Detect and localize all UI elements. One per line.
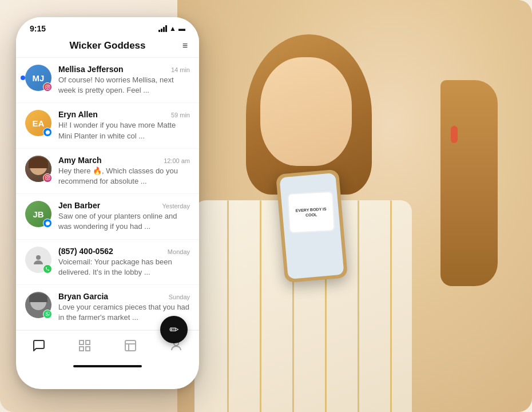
person-face (260, 57, 352, 166)
avatar-wrap-eryn: EA (25, 110, 51, 136)
conv-time-bryan: Sunday (169, 294, 190, 300)
conv-top-mellisa: Mellisa Jefferson 14 min (58, 65, 190, 74)
nav-item-grid[interactable] (71, 336, 98, 358)
svg-rect-9 (80, 347, 84, 351)
messages-nav-icon (32, 339, 46, 356)
conv-name-bryan: Bryan Garcia (58, 292, 108, 301)
home-indicator (73, 365, 142, 367)
avatar-wrap-mellisa: MJ (25, 65, 51, 91)
unread-dot-mellisa (21, 76, 25, 80)
app-title: Wicker Goddess (69, 40, 145, 52)
svg-point-4 (46, 177, 48, 179)
avatar-wrap-jen: JB (25, 201, 51, 227)
avatar-wrap-phone (25, 247, 51, 273)
platform-badge-mellisa (43, 82, 52, 92)
conv-preview-jen: Saw one of your planters online and was … (58, 211, 190, 232)
grid-nav-icon (78, 339, 92, 356)
conv-time-phone: Monday (168, 248, 190, 255)
conv-content-phone: (857) 400-0562 Monday Voicemail: Your pa… (58, 247, 190, 278)
conv-name-eryn: Eryn Allen (58, 110, 98, 119)
platform-badge-amy (43, 173, 52, 183)
conv-preview-eryn: Hi! I wonder if you have more Matte Mini… (58, 120, 190, 141)
phone-mockup: 9:15 ▲ ▬ Wicker Goddess ≡ MJ (16, 17, 199, 389)
svg-point-2 (49, 85, 49, 86)
conversation-item-mellisa[interactable]: MJ Mellisa Jefferson 14 min Of course! N… (16, 58, 199, 103)
svg-rect-11 (125, 340, 136, 351)
person-hair-side (440, 80, 498, 286)
avatar-wrap-bryan (25, 292, 51, 318)
conv-top-phone: (857) 400-0562 Monday (58, 247, 190, 256)
compose-fab-button[interactable]: ✏ (160, 316, 188, 343)
conversation-item-jen[interactable]: JB Jen Barber Yesterday Saw one of your … (16, 194, 199, 239)
svg-rect-8 (86, 340, 90, 344)
platform-badge-phone (43, 264, 52, 274)
status-time: 9:15 (30, 24, 46, 33)
conversation-item-eryn[interactable]: EA Eryn Allen 59 min Hi! I wonder if you… (16, 103, 199, 148)
nav-item-messages[interactable] (25, 336, 53, 358)
conv-time-amy: 12:00 am (164, 157, 190, 164)
conv-content-jen: Jen Barber Yesterday Saw one of your pla… (58, 201, 190, 232)
phone-screen-mini: EVERY BODY IS COOL (279, 173, 344, 279)
conv-time-eryn: 59 min (171, 112, 190, 118)
person-earring (451, 126, 458, 143)
phone-in-hand: EVERY BODY IS COOL (276, 169, 348, 283)
inbox-nav-icon (124, 339, 137, 356)
conv-preview-amy: Hey there 🔥, Which classes do you recomm… (58, 166, 190, 187)
conv-content-mellisa: Mellisa Jefferson 14 min Of course! No w… (58, 65, 190, 96)
status-icons: ▲ ▬ (158, 25, 185, 33)
filter-icon[interactable]: ≡ (182, 41, 188, 51)
status-bar: 9:15 ▲ ▬ (16, 17, 199, 35)
signal-icon (158, 25, 167, 32)
svg-rect-10 (86, 347, 90, 351)
platform-badge-eryn (43, 128, 52, 137)
svg-rect-7 (80, 340, 84, 344)
conv-top-jen: Jen Barber Yesterday (58, 201, 190, 210)
nav-item-inbox[interactable] (117, 336, 144, 358)
person-photo: EVERY BODY IS COOL (177, 0, 532, 412)
conv-top-eryn: Eryn Allen 59 min (58, 110, 190, 119)
conversation-item-amy[interactable]: Amy March 12:00 am Hey there 🔥, Which cl… (16, 149, 199, 194)
conv-preview-mellisa: Of course! No worries Mellisa, next week… (58, 75, 190, 96)
avatar-wrap-amy (25, 156, 51, 182)
platform-badge-bryan (43, 310, 52, 319)
wifi-icon: ▲ (169, 25, 176, 33)
conv-name-mellisa: Mellisa Jefferson (58, 65, 124, 74)
platform-badge-jen (43, 219, 52, 228)
conv-time-jen: Yesterday (162, 203, 190, 209)
conv-name-phone: (857) 400-0562 (58, 247, 113, 256)
svg-point-1 (46, 86, 48, 88)
phone-sticker: EVERY BODY IS COOL (287, 191, 335, 233)
conversation-item-phone[interactable]: (857) 400-0562 Monday Voicemail: Your pa… (16, 240, 199, 285)
svg-point-5 (49, 176, 49, 177)
conv-content-amy: Amy March 12:00 am Hey there 🔥, Which cl… (58, 156, 190, 187)
conv-preview-phone: Voicemail: Your package has been deliver… (58, 257, 190, 278)
conv-name-jen: Jen Barber (58, 201, 100, 210)
battery-icon: ▬ (178, 25, 185, 33)
conversation-list: MJ Mellisa Jefferson 14 min Of course! N… (16, 58, 199, 330)
conv-top-amy: Amy March 12:00 am (58, 156, 190, 165)
conv-content-eryn: Eryn Allen 59 min Hi! I wonder if you ha… (58, 110, 190, 141)
conv-time-mellisa: 14 min (171, 66, 190, 73)
svg-point-6 (36, 255, 41, 260)
conv-top-bryan: Bryan Garcia Sunday (58, 292, 190, 301)
app-header: Wicker Goddess ≡ (16, 35, 199, 58)
conv-name-amy: Amy March (58, 156, 101, 165)
compose-icon: ✏ (169, 323, 179, 336)
